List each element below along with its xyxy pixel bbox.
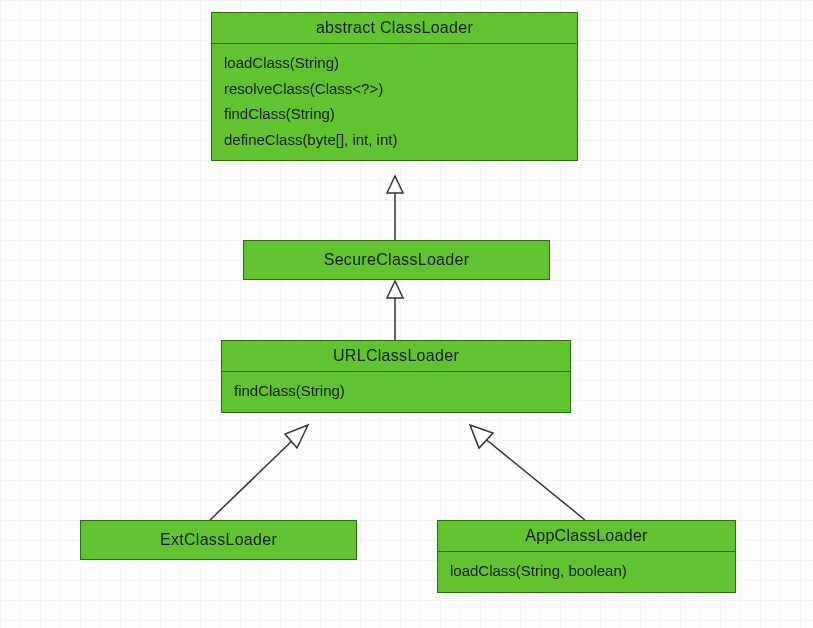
arrow-ext-to-url	[210, 425, 308, 520]
class-secure-classloader: SecureClassLoader	[243, 240, 550, 280]
class-method: resolveClass(Class<?>)	[224, 76, 567, 102]
class-abstract-classloader: abstract ClassLoader loadClass(String) r…	[211, 12, 578, 161]
class-title: AppClassLoader	[438, 521, 735, 551]
class-app-classloader: AppClassLoader loadClass(String, boolean…	[437, 520, 736, 593]
class-method: loadClass(String, boolean)	[450, 558, 725, 584]
class-method: loadClass(String)	[224, 50, 567, 76]
class-title: SecureClassLoader	[244, 241, 549, 279]
svg-marker-7	[470, 425, 493, 448]
svg-marker-3	[387, 281, 403, 298]
class-method: findClass(String)	[224, 101, 567, 127]
arrow-secure-to-abstract	[387, 176, 403, 240]
class-title: ExtClassLoader	[81, 521, 356, 559]
class-methods: findClass(String)	[222, 372, 570, 412]
class-ext-classloader: ExtClassLoader	[80, 520, 357, 560]
class-methods: loadClass(String, boolean)	[438, 552, 735, 592]
svg-marker-1	[387, 176, 403, 193]
class-method: defineClass(byte[], int, int)	[224, 127, 567, 153]
class-url-classloader: URLClassLoader findClass(String)	[221, 340, 571, 413]
svg-marker-5	[285, 425, 308, 448]
class-methods: loadClass(String) resolveClass(Class<?>)…	[212, 44, 577, 160]
arrow-url-to-secure	[387, 281, 403, 340]
svg-line-4	[210, 437, 296, 520]
class-method: findClass(String)	[234, 378, 560, 404]
arrow-app-to-url	[470, 425, 585, 520]
class-title: URLClassLoader	[222, 341, 570, 371]
svg-line-6	[483, 437, 585, 520]
class-title: abstract ClassLoader	[212, 13, 577, 43]
